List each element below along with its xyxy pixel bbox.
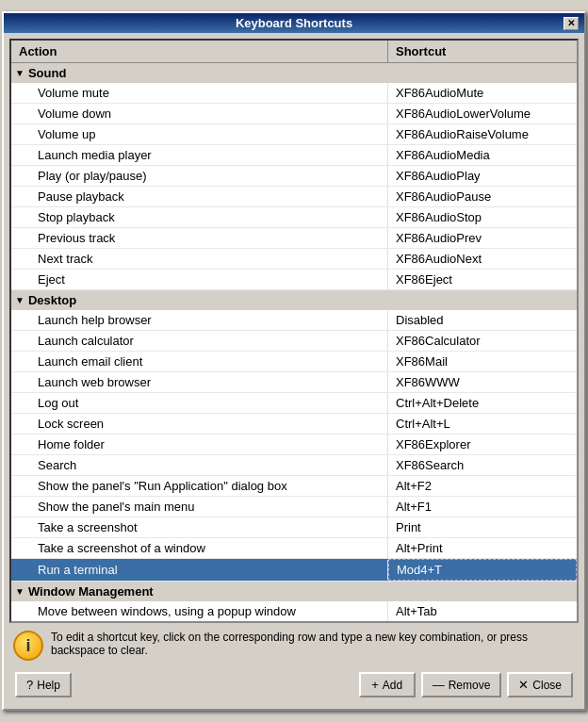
add-button[interactable]: + Add xyxy=(359,672,416,697)
add-icon: + xyxy=(371,678,379,692)
action-cell: Move between windows, using a popup wind… xyxy=(11,601,388,621)
table-row[interactable]: Lock screenCtrl+Alt+L xyxy=(11,414,577,435)
shortcut-cell: Alt+F2 xyxy=(388,476,577,496)
shortcut-cell: XF86AudioPlay xyxy=(388,166,577,186)
action-cell: Take a screenshot xyxy=(11,517,388,537)
remove-button[interactable]: — Remove xyxy=(421,672,502,697)
action-cell: Pause playback xyxy=(11,187,388,206)
action-cell: Lock screen xyxy=(11,414,388,434)
action-cell: Show the panel's "Run Application" dialo… xyxy=(11,476,388,496)
table-row[interactable]: Volume upXF86AudioRaiseVolume xyxy=(11,124,577,145)
shortcut-cell: XF86Search xyxy=(388,455,577,475)
table-row[interactable]: Launch email clientXF86Mail xyxy=(11,352,577,372)
titlebar: Keyboard Shortcuts ✕ xyxy=(4,13,584,33)
help-icon: ? xyxy=(26,678,33,692)
shortcut-cell: Alt+Tab xyxy=(388,601,577,621)
shortcut-cell: Mod4+T xyxy=(388,559,577,581)
shortcut-cell: XF86AudioLowerVolume xyxy=(388,104,577,123)
shortcut-cell: XF86AudioNext xyxy=(388,249,577,269)
action-cell: Home folder xyxy=(11,435,388,454)
collapse-triangle[interactable]: ▼ xyxy=(15,295,24,305)
shortcut-cell: XF86AudioMedia xyxy=(388,145,577,165)
shortcut-cell: XF86AudioStop xyxy=(388,207,577,227)
table-row[interactable]: Launch help browserDisabled xyxy=(11,310,577,331)
table-row[interactable]: Pause playbackXF86AudioPause xyxy=(11,187,577,207)
shortcut-cell: Alt+Print xyxy=(388,538,577,558)
table-row[interactable]: Home folderXF86Explorer xyxy=(11,435,577,455)
action-cell: Launch media player xyxy=(11,145,388,165)
action-cell: Log out xyxy=(11,393,388,413)
info-icon: i xyxy=(13,631,43,661)
shortcut-cell: Alt+F1 xyxy=(388,497,577,517)
table-row[interactable]: Move between windows of an application, … xyxy=(11,622,577,623)
table-body: ▼SoundVolume muteXF86AudioMuteVolume dow… xyxy=(11,63,577,623)
table-row[interactable]: Volume downXF86AudioLowerVolume xyxy=(11,104,577,124)
table-row[interactable]: Previous trackXF86AudioPrev xyxy=(11,228,577,249)
shortcut-cell: XF86AudioMute xyxy=(388,83,577,103)
table-row[interactable]: Play (or play/pause)XF86AudioPlay xyxy=(11,166,577,187)
action-cell: Play (or play/pause) xyxy=(11,166,388,186)
table-row[interactable]: Take a screenshotPrint xyxy=(11,517,577,538)
shortcut-cell: Ctrl+Alt+L xyxy=(388,414,577,434)
info-text: To edit a shortcut key, click on the cor… xyxy=(51,631,575,657)
header-action: Action xyxy=(11,41,388,62)
table-row[interactable]: Launch media playerXF86AudioMedia xyxy=(11,145,577,166)
shortcut-cell: Print xyxy=(388,517,577,537)
window-title: Keyboard Shortcuts xyxy=(24,16,564,30)
action-cell: Stop playback xyxy=(11,207,388,227)
category-label: Window Management xyxy=(28,584,154,599)
action-cell: Launch email client xyxy=(11,352,388,371)
table-row[interactable]: Volume muteXF86AudioMute xyxy=(11,83,577,104)
category-label: Desktop xyxy=(28,293,76,307)
action-cell: Next track xyxy=(11,249,388,269)
table-row[interactable]: Show the panel's main menuAlt+F1 xyxy=(11,497,577,517)
action-cell: Run a terminal xyxy=(11,560,388,580)
header-shortcut: Shortcut xyxy=(388,41,577,62)
shortcut-cell: Disabled xyxy=(388,310,577,330)
collapse-triangle[interactable]: ▼ xyxy=(15,586,24,597)
action-cell: Eject xyxy=(11,270,388,289)
table-row[interactable]: SearchXF86Search xyxy=(11,455,577,476)
action-cell: Show the panel's main menu xyxy=(11,497,388,517)
table-row[interactable]: Launch web browserXF86WWW xyxy=(11,372,577,393)
action-cell: Move between windows of an application, … xyxy=(11,622,388,623)
action-cell: Launch web browser xyxy=(11,372,388,392)
action-cell: Search xyxy=(11,455,388,475)
table-row[interactable]: EjectXF86Eject xyxy=(11,270,577,290)
action-cell: Volume down xyxy=(11,104,388,123)
action-cell: Volume mute xyxy=(11,83,388,103)
action-cell: Take a screenshot of a window xyxy=(11,538,388,558)
shortcut-cell: XF86Mail xyxy=(388,352,577,371)
category-row-sound: ▼Sound xyxy=(11,63,577,83)
close-button[interactable]: ✕ Close xyxy=(507,672,573,697)
shortcut-cell: XF86AudioPrev xyxy=(388,228,577,248)
shortcut-cell: XF86Calculator xyxy=(388,331,577,351)
table-header: Action Shortcut xyxy=(11,41,577,63)
action-cell: Previous track xyxy=(11,228,388,248)
shortcut-cell: XF86AudioPause xyxy=(388,187,577,206)
shortcut-cell: XF86Eject xyxy=(388,270,577,289)
main-content: Action Shortcut ▼SoundVolume muteXF86Aud… xyxy=(4,33,584,709)
shortcut-cell: XF86WWW xyxy=(388,372,577,392)
close-icon: ✕ xyxy=(518,678,529,692)
collapse-triangle[interactable]: ▼ xyxy=(15,68,24,78)
shortcuts-table[interactable]: Action Shortcut ▼SoundVolume muteXF86Aud… xyxy=(9,39,579,623)
table-row[interactable]: Launch calculatorXF86Calculator xyxy=(11,331,577,352)
table-row[interactable]: Next trackXF86AudioNext xyxy=(11,249,577,270)
table-row[interactable]: Stop playbackXF86AudioStop xyxy=(11,207,577,228)
keyboard-shortcuts-window: Keyboard Shortcuts ✕ Action Shortcut ▼So… xyxy=(2,11,586,711)
action-cell: Volume up xyxy=(11,124,388,144)
help-button[interactable]: ? Help xyxy=(15,672,72,697)
category-label: Sound xyxy=(28,66,66,80)
category-row-window-management: ▼Window Management xyxy=(11,582,577,601)
shortcut-cell: Ctrl+Alt+Delete xyxy=(388,393,577,413)
window-close-button[interactable]: ✕ xyxy=(564,17,579,30)
table-row[interactable]: Take a screenshot of a windowAlt+Print xyxy=(11,538,577,559)
shortcut-cell: XF86AudioRaiseVolume xyxy=(388,124,577,144)
table-row[interactable]: Run a terminalMod4+T xyxy=(11,559,577,582)
table-row[interactable]: Show the panel's "Run Application" dialo… xyxy=(11,476,577,497)
table-row[interactable]: Move between windows, using a popup wind… xyxy=(11,601,577,622)
table-row[interactable]: Log outCtrl+Alt+Delete xyxy=(11,393,577,414)
remove-icon: — xyxy=(433,678,445,692)
info-area: i To edit a shortcut key, click on the c… xyxy=(9,623,579,668)
